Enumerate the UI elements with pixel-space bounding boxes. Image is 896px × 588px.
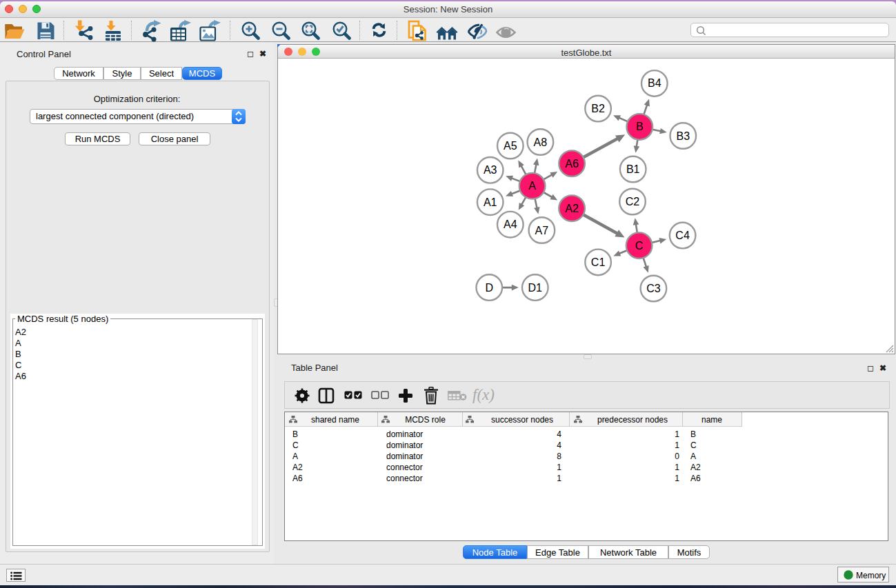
svg-text:C1: C1: [591, 256, 606, 268]
svg-text:B3: B3: [677, 130, 690, 142]
svg-text:B: B: [636, 121, 644, 132]
svg-text:A5: A5: [504, 140, 517, 152]
svg-text:C2: C2: [626, 196, 640, 207]
svg-text:A: A: [528, 180, 536, 192]
svg-text:A8: A8: [534, 136, 548, 148]
svg-text:A7: A7: [535, 225, 549, 236]
svg-text:B2: B2: [591, 103, 605, 114]
svg-text:C: C: [635, 240, 644, 252]
svg-text:D1: D1: [528, 282, 543, 294]
svg-text:A6: A6: [565, 158, 579, 170]
svg-text:C4: C4: [675, 230, 690, 241]
svg-text:A3: A3: [484, 164, 497, 176]
svg-text:B1: B1: [626, 163, 640, 175]
svg-text:A4: A4: [504, 219, 517, 230]
svg-text:B4: B4: [648, 77, 661, 89]
svg-text:D: D: [486, 282, 494, 294]
svg-text:A1: A1: [484, 196, 497, 208]
svg-text:C3: C3: [646, 283, 661, 294]
svg-text:A2: A2: [565, 203, 579, 214]
